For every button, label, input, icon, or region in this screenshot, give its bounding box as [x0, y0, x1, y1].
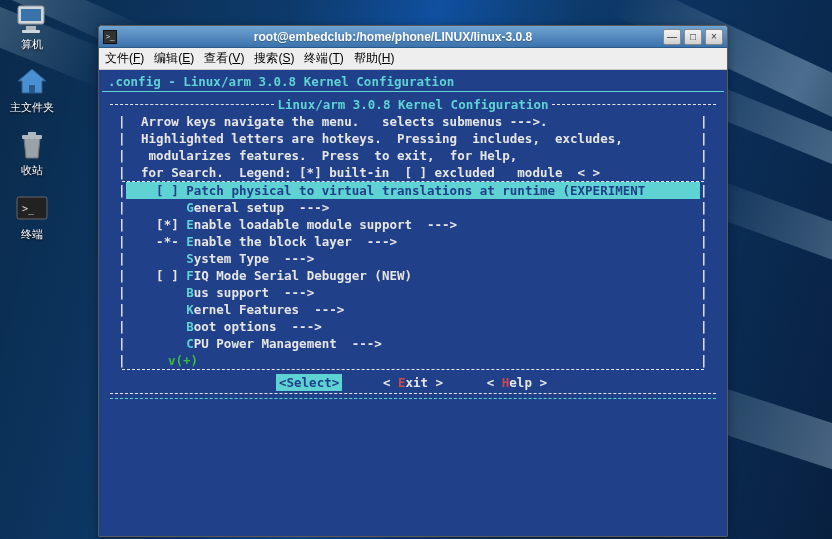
menu-item-3[interactable]: 搜索(S)	[254, 51, 294, 65]
svg-rect-4	[29, 85, 35, 93]
terminal-app-icon: >_	[103, 30, 117, 44]
minimize-button[interactable]: —	[663, 29, 681, 45]
desktop-icon-home[interactable]: 主文件夹	[0, 63, 64, 114]
menu-item-4[interactable]: 终端(T)	[304, 51, 343, 65]
separator	[102, 91, 724, 92]
svg-rect-3	[22, 30, 40, 33]
menu-item-1[interactable]: General setup --->	[126, 199, 700, 216]
help-button[interactable]: < Help >	[484, 374, 550, 391]
close-button[interactable]: ×	[705, 29, 723, 45]
menu-item-8[interactable]: Boot options --->	[126, 318, 700, 335]
help-text: modularizes features. Press to exit, for…	[126, 147, 700, 164]
svg-text:>_: >_	[22, 203, 35, 215]
box-title: Linux/arm 3.0.8 Kernel Configuration	[274, 96, 553, 113]
menu-item-2[interactable]: [*] Enable loadable module support --->	[126, 216, 700, 233]
more-indicator: v(+)	[126, 352, 198, 369]
desktop-icon-label: 算机	[0, 38, 64, 51]
desktop-icon-terminal[interactable]: >_ 终端	[0, 190, 64, 241]
desktop-icon-label: 终端	[0, 228, 64, 241]
menubar: 文件(F)编辑(E)查看(V)搜索(S)终端(T)帮助(H)	[99, 48, 727, 70]
menu-item-3[interactable]: -*- Enable the block layer --->	[126, 233, 700, 250]
menu-item-5[interactable]: 帮助(H)	[354, 51, 395, 65]
menu-item-4[interactable]: System Type --->	[126, 250, 700, 267]
maximize-button[interactable]: □	[684, 29, 702, 45]
svg-rect-2	[26, 26, 36, 30]
help-text: for Search. Legend: [*] built-in [ ] exc…	[126, 164, 700, 181]
home-icon	[12, 63, 52, 99]
menuconfig-box: Linux/arm 3.0.8 Kernel Configuration | A…	[110, 96, 716, 394]
desktop-icon-label: 收站	[0, 164, 64, 177]
desktop-icon-trash[interactable]: 收站	[0, 126, 64, 177]
titlebar[interactable]: >_ root@embedclub:/home/phone/LINUX/linu…	[99, 26, 727, 48]
button-row: <Select> < Exit > < Help >	[118, 370, 708, 393]
menu-item-5[interactable]: [ ] FIQ Mode Serial Debugger (NEW)	[126, 267, 700, 284]
help-text: Highlighted letters are hotkeys. Pressin…	[126, 130, 700, 147]
svg-rect-1	[21, 9, 41, 21]
menu-item-7[interactable]: Kernel Features --->	[126, 301, 700, 318]
svg-rect-5	[22, 135, 42, 139]
menu-item-1[interactable]: 编辑(E)	[154, 51, 194, 65]
help-text: Arrow keys navigate the menu. selects su…	[126, 113, 700, 130]
terminal-icon: >_	[12, 190, 52, 226]
menu-item-9[interactable]: CPU Power Management --->	[126, 335, 700, 352]
menu-item-0[interactable]: 文件(F)	[105, 51, 144, 65]
terminal-window: >_ root@embedclub:/home/phone/LINUX/linu…	[98, 25, 728, 537]
terminal-area[interactable]: .config - Linux/arm 3.0.8 Kernel Configu…	[99, 70, 727, 536]
config-line: .config - Linux/arm 3.0.8 Kernel Configu…	[102, 73, 724, 90]
bottom-rule	[110, 398, 716, 399]
trash-icon	[12, 126, 52, 162]
computer-icon	[12, 0, 52, 36]
menu-item-2[interactable]: 查看(V)	[204, 51, 244, 65]
desktop-icon-computer[interactable]: 算机	[0, 0, 64, 51]
menu-item-6[interactable]: Bus support --->	[126, 284, 700, 301]
svg-rect-6	[28, 132, 36, 135]
select-button[interactable]: <Select>	[276, 374, 342, 391]
exit-button[interactable]: < Exit >	[380, 374, 446, 391]
menu-item-0[interactable]: [ ] Patch physical to virtual translatio…	[126, 182, 700, 199]
window-title: root@embedclub:/home/phone/LINUX/linux-3…	[123, 30, 663, 44]
desktop-icon-label: 主文件夹	[0, 101, 64, 114]
